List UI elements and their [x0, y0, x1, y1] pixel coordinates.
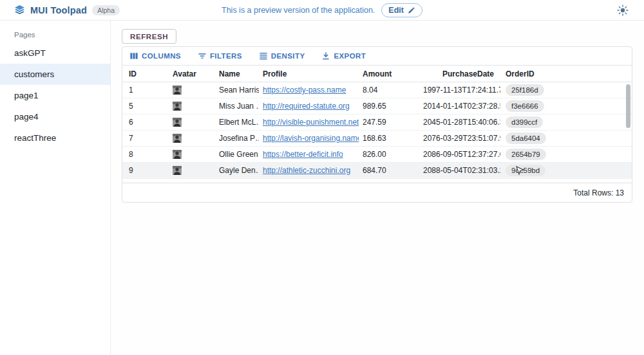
- column-header-orderid[interactable]: OrderID: [500, 69, 632, 78]
- order-id-chip[interactable]: 2654b79: [506, 149, 546, 160]
- cell-amount: 247.59: [359, 118, 423, 127]
- column-header-purchasedate[interactable]: PurchaseDate: [423, 69, 500, 78]
- cell-orderid: 5da6404: [500, 132, 632, 144]
- cell-profile: http://lavish-organising.name: [259, 134, 359, 143]
- filters-button-label: FILTERS: [210, 52, 242, 60]
- cell-orderid: 9dc59bd: [500, 165, 632, 176]
- cell-amount: 989.65: [359, 102, 423, 111]
- cell-avatar: [169, 118, 215, 127]
- profile-link[interactable]: http://athletic-zucchini.org: [263, 166, 350, 175]
- cell-profile: https://better-deficit.info: [259, 150, 359, 159]
- sidebar-item-askGPT[interactable]: askGPT: [0, 42, 110, 64]
- cell-id: 1: [122, 86, 169, 95]
- order-id-chip[interactable]: 9dc59bd: [506, 165, 545, 176]
- table-row[interactable]: 6 Elbert McL… http://visible-punishment.…: [122, 114, 632, 131]
- download-icon: [321, 51, 330, 60]
- table-row[interactable]: 7 Josefina P… http://lavish-organising.n…: [122, 131, 632, 147]
- columns-button[interactable]: COLUMNS: [127, 50, 184, 62]
- column-header-avatar[interactable]: Avatar: [169, 69, 215, 78]
- density-icon: [259, 51, 268, 60]
- density-button[interactable]: DENSITY: [256, 50, 308, 62]
- view-columns-icon: [129, 51, 138, 60]
- cell-id: 7: [122, 134, 169, 143]
- avatar-image: [173, 166, 182, 175]
- cell-name: Miss Juan …: [215, 102, 259, 111]
- table-row[interactable]: 1 Sean Harris https://costly-pass.name 8…: [122, 82, 632, 98]
- edit-button[interactable]: Edit: [381, 3, 422, 17]
- columns-button-label: COLUMNS: [142, 52, 181, 60]
- toolpad-logo-icon: [14, 5, 25, 15]
- cell-orderid: f3e6666: [500, 100, 632, 112]
- sidebar-section-label: Pages: [0, 27, 110, 42]
- cell-id: 6: [122, 118, 169, 127]
- cell-profile: http://visible-punishment.net: [259, 118, 359, 127]
- cell-avatar: [169, 86, 215, 95]
- cell-purchasedate: 2076-03-29T23:51:07.968Z: [423, 134, 500, 143]
- data-grid-toolbar: COLUMNS FILTERS DENSITY: [122, 47, 632, 65]
- export-button[interactable]: EXPORT: [319, 50, 368, 62]
- order-id-chip[interactable]: 25f186d: [506, 84, 544, 96]
- cell-profile: http://athletic-zucchini.org: [259, 166, 359, 175]
- profile-link[interactable]: https://costly-pass.name: [263, 86, 346, 95]
- alpha-badge: Alpha: [92, 5, 120, 15]
- sidebar-item-reactThree[interactable]: reactThree: [0, 127, 110, 149]
- app-bar: MUI Toolpad Alpha This is a preview vers…: [0, 0, 644, 21]
- cell-name: Josefina P…: [215, 134, 259, 143]
- column-header-id[interactable]: ID: [122, 69, 169, 78]
- profile-link[interactable]: http://lavish-organising.name: [263, 134, 359, 143]
- avatar-image: [173, 150, 182, 159]
- cell-id: 9: [122, 166, 169, 175]
- avatar-image: [173, 118, 182, 127]
- profile-link[interactable]: http://visible-punishment.net: [263, 118, 359, 127]
- filter-list-icon: [198, 51, 207, 60]
- cell-purchasedate: 2088-05-04T02:31:03.294Z: [423, 166, 500, 175]
- cell-profile: https://costly-pass.name: [259, 86, 359, 95]
- cell-avatar: [169, 166, 215, 175]
- app-window: MUI Toolpad Alpha This is a preview vers…: [0, 0, 644, 355]
- profile-link[interactable]: http://required-statute.org: [263, 102, 350, 111]
- cell-avatar: [169, 134, 215, 143]
- density-button-label: DENSITY: [271, 52, 305, 60]
- avatar-image: [173, 134, 182, 143]
- cell-amount: 684.70: [359, 166, 423, 175]
- cell-avatar: [169, 150, 215, 159]
- cell-purchasedate: 1997-11-13T17:24:11.769Z: [423, 86, 500, 95]
- order-id-chip[interactable]: f3e6666: [506, 100, 544, 112]
- cell-orderid: 2654b79: [500, 149, 632, 160]
- profile-link[interactable]: https://better-deficit.info: [263, 150, 343, 159]
- column-header-amount[interactable]: Amount: [359, 69, 423, 78]
- pencil-icon: [408, 6, 415, 14]
- cell-name: Ollie Green…: [215, 150, 259, 159]
- data-grid-footer: Total Rows: 13: [122, 183, 632, 203]
- preview-notice-text: This is a preview version of the applica…: [222, 6, 375, 15]
- cell-name: Gayle Den…: [215, 166, 259, 175]
- avatar-image: [173, 86, 182, 95]
- column-header-profile[interactable]: Profile: [259, 69, 359, 78]
- data-grid-rows: 1 Sean Harris https://costly-pass.name 8…: [122, 82, 632, 183]
- sidebar-item-page1[interactable]: page1: [0, 85, 110, 106]
- table-row[interactable]: 5 Miss Juan … http://required-statute.or…: [122, 98, 632, 114]
- sidebar-nav: askGPTcustomerspage1page4reactThree: [0, 42, 110, 149]
- light-mode-toggle-button[interactable]: [617, 5, 629, 16]
- cell-purchasedate: 2086-09-05T12:37:27.015Z: [423, 150, 500, 159]
- sun-icon: [617, 5, 629, 16]
- order-id-chip[interactable]: d399ccf: [506, 116, 543, 128]
- table-row[interactable]: 8 Ollie Green… https://better-deficit.in…: [122, 147, 632, 163]
- order-id-chip[interactable]: 5da6404: [506, 132, 546, 144]
- filters-button[interactable]: FILTERS: [195, 50, 245, 62]
- cell-id: 5: [122, 102, 169, 111]
- sidebar-item-page4[interactable]: page4: [0, 106, 110, 127]
- refresh-button[interactable]: REFRESH: [122, 29, 176, 44]
- table-row[interactable]: 9 Gayle Den… http://athletic-zucchini.or…: [122, 163, 632, 179]
- cell-avatar: [169, 102, 215, 111]
- cell-name: Sean Harris: [215, 86, 259, 95]
- sidebar: Pages askGPTcustomerspage1page4reactThre…: [0, 21, 111, 355]
- cell-amount: 168.63: [359, 134, 423, 143]
- customers-data-grid: COLUMNS FILTERS DENSITY: [122, 46, 632, 203]
- column-header-name[interactable]: Name: [215, 69, 259, 78]
- avatar-image: [173, 102, 182, 111]
- vertical-scrollbar-thumb[interactable]: [626, 84, 630, 128]
- export-button-label: EXPORT: [334, 52, 366, 60]
- cell-orderid: d399ccf: [500, 116, 632, 128]
- sidebar-item-customers[interactable]: customers: [0, 64, 110, 85]
